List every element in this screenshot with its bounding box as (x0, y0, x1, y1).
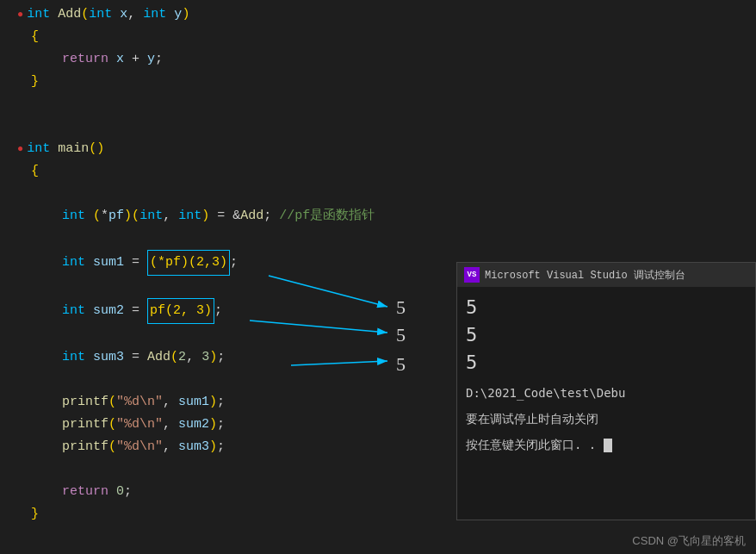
code-line-2: { (0, 26, 756, 48)
empty-line-6 (0, 115, 756, 138)
code-editor: ● int Add ( int x , int y ) { return x +… (0, 3, 756, 554)
console-body: 5 5 5 D:\2021_Code\test\Debu 要在调试停止时自动关闭… (457, 287, 755, 461)
console-titlebar: VS Microsoft Visual Studio 调试控制台 (457, 263, 755, 287)
code-line-10: int ( * pf ) ( int , int ) = & Add ; //p… (0, 205, 756, 227)
code-line-1: ● int Add ( int x , int y ) (0, 3, 756, 26)
console-title: Microsoft Visual Studio 调试控制台 (485, 268, 685, 283)
code-line-4: } (0, 71, 756, 93)
console-window: VS Microsoft Visual Studio 调试控制台 5 5 5 D… (456, 262, 756, 520)
console-msg2: 按任意键关闭此窗口. . (466, 435, 747, 454)
code-line-8: { (0, 160, 756, 183)
result-3: 5 (396, 353, 406, 376)
console-output-2: 5 (466, 321, 747, 349)
console-msg1: 要在调试停止时自动关闭 (466, 409, 747, 428)
code-line-3: return x + y ; (0, 48, 756, 71)
console-cursor (604, 439, 612, 452)
empty-line-9 (0, 183, 756, 205)
result-1: 5 (396, 296, 406, 319)
empty-line-11 (0, 227, 756, 250)
empty-line-5 (0, 93, 756, 115)
vs-icon: VS (464, 267, 480, 283)
console-output-3: 5 (466, 349, 747, 377)
console-path: D:\2021_Code\test\Debu (466, 383, 747, 402)
highlight-pf1: (*pf)(2,3) (147, 250, 230, 276)
console-output-1: 5 (466, 294, 747, 321)
watermark: CSDN @飞向星的客机 (632, 533, 746, 549)
result-2: 5 (396, 324, 406, 346)
highlight-pf2: pf(2, 3) (147, 298, 214, 324)
code-line-7: ● int main () (0, 138, 756, 160)
